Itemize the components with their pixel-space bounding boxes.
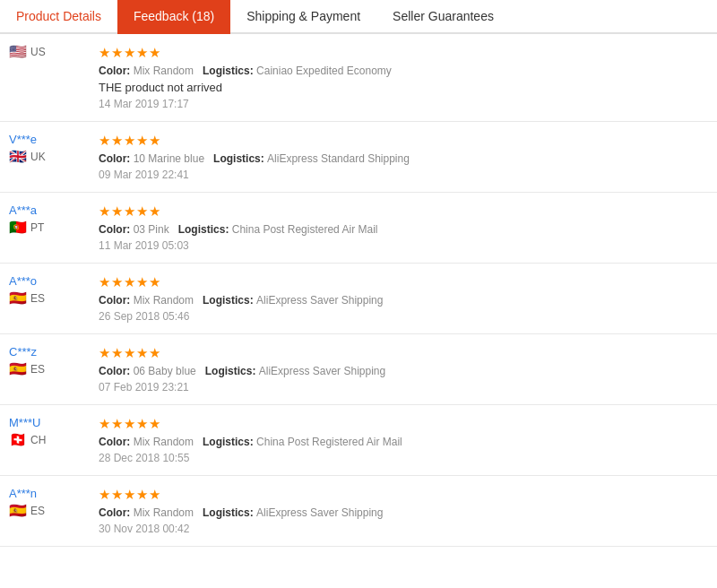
feedback-row: A***a🇵🇹PT★★★★★Color: 03 Pink Logistics: … xyxy=(0,193,717,264)
tab-navigation: Product DetailsFeedback (18)Shipping & P… xyxy=(0,0,717,34)
tab-seller-guarantees[interactable]: Seller Guarantees xyxy=(376,0,510,34)
country-code: US xyxy=(30,46,46,58)
feedback-row: A***n🇪🇸ES★★★★★Color: Mix Random Logistic… xyxy=(0,476,717,547)
star-icon: ★ xyxy=(111,45,123,61)
logistics-value: China Post Registered Air Mail xyxy=(232,223,378,236)
star-icon: ★ xyxy=(124,416,135,432)
star-icon: ★ xyxy=(99,203,110,220)
username[interactable]: M***U xyxy=(9,416,40,429)
country-row: 🇪🇸ES xyxy=(9,504,45,518)
country-code: ES xyxy=(30,505,45,517)
country-row: 🇺🇸US xyxy=(9,45,46,59)
feedback-content: ★★★★★Color: Mix Random Logistics: Cainia… xyxy=(99,45,708,110)
country-row: 🇨🇭CH xyxy=(9,433,46,447)
user-column: C***z🇪🇸ES xyxy=(9,345,99,376)
star-rating: ★★★★★ xyxy=(99,487,708,503)
meta-line: Color: Mix Random Logistics: AliExpress … xyxy=(99,294,708,307)
star-rating: ★★★★★ xyxy=(99,45,708,61)
star-icon: ★ xyxy=(149,203,160,220)
star-icon: ★ xyxy=(124,345,135,361)
star-icon: ★ xyxy=(124,203,135,220)
country-row: 🇬🇧UK xyxy=(9,150,46,164)
color-value: Mix Random xyxy=(134,294,203,307)
user-column: V***e🇬🇧UK xyxy=(9,133,99,164)
username[interactable]: V***e xyxy=(9,133,37,146)
star-icon: ★ xyxy=(111,274,123,290)
star-icon: ★ xyxy=(149,274,160,290)
star-icon: ★ xyxy=(111,416,123,432)
country-flag-icon: 🇺🇸 xyxy=(9,45,27,59)
color-value: 03 Pink xyxy=(134,223,178,236)
country-code: ES xyxy=(30,292,45,305)
country-row: 🇵🇹PT xyxy=(9,220,44,235)
username[interactable]: A***n xyxy=(9,487,37,500)
country-row: 🇪🇸ES xyxy=(9,291,45,306)
feedback-timestamp: 28 Dec 2018 10:55 xyxy=(99,452,708,464)
star-rating: ★★★★★ xyxy=(99,203,708,220)
tab-feedback[interactable]: Feedback (18) xyxy=(117,0,230,34)
color-label: Color: xyxy=(99,152,134,165)
feedback-timestamp: 09 Mar 2019 22:41 xyxy=(99,169,708,181)
logistics-label: Logistics: xyxy=(203,294,256,307)
star-icon: ★ xyxy=(99,487,110,503)
star-rating: ★★★★★ xyxy=(99,133,708,149)
logistics-label: Logistics: xyxy=(203,506,256,519)
country-flag-icon: 🇪🇸 xyxy=(9,504,27,518)
feedback-row: 🇺🇸US★★★★★Color: Mix Random Logistics: Ca… xyxy=(0,34,717,122)
meta-line: Color: 06 Baby blue Logistics: AliExpres… xyxy=(99,365,708,377)
tab-shipping-payment[interactable]: Shipping & Payment xyxy=(230,0,376,34)
user-column: M***U🇨🇭CH xyxy=(9,416,99,447)
star-icon: ★ xyxy=(111,133,123,149)
feedback-row: C***z🇪🇸ES★★★★★Color: 06 Baby blue Logist… xyxy=(0,334,717,405)
star-icon: ★ xyxy=(99,274,110,290)
star-icon: ★ xyxy=(149,345,160,361)
logistics-label: Logistics: xyxy=(203,436,256,448)
logistics-label: Logistics: xyxy=(205,365,259,377)
color-value: Mix Random xyxy=(134,65,203,77)
feedback-row: V***e🇬🇧UK★★★★★Color: 10 Marine blue Logi… xyxy=(0,122,717,193)
color-label: Color: xyxy=(99,436,134,448)
username[interactable]: A***a xyxy=(9,203,37,217)
star-icon: ★ xyxy=(99,133,110,149)
star-icon: ★ xyxy=(149,416,160,432)
star-icon: ★ xyxy=(111,487,123,503)
country-flag-icon: 🇪🇸 xyxy=(9,362,27,376)
feedback-row: M***U🇨🇭CH★★★★★Color: Mix Random Logistic… xyxy=(0,405,717,476)
color-value: 06 Baby blue xyxy=(134,365,205,377)
country-flag-icon: 🇪🇸 xyxy=(9,291,27,306)
feedback-content: ★★★★★Color: Mix Random Logistics: AliExp… xyxy=(99,274,708,323)
logistics-label: Logistics: xyxy=(213,152,267,165)
star-rating: ★★★★★ xyxy=(99,416,708,432)
country-flag-icon: 🇨🇭 xyxy=(9,433,27,447)
color-value: Mix Random xyxy=(134,436,203,448)
country-code: ES xyxy=(30,363,45,376)
feedback-content: ★★★★★Color: 03 Pink Logistics: China Pos… xyxy=(99,203,708,252)
tab-product-details[interactable]: Product Details xyxy=(0,0,117,34)
logistics-value: China Post Registered Air Mail xyxy=(256,436,402,448)
logistics-label: Logistics: xyxy=(178,223,232,236)
country-code: UK xyxy=(30,151,46,163)
star-icon: ★ xyxy=(136,487,148,503)
star-icon: ★ xyxy=(136,133,148,149)
star-icon: ★ xyxy=(136,203,148,220)
star-icon: ★ xyxy=(136,45,148,61)
username[interactable]: A***o xyxy=(9,274,37,288)
username[interactable]: C***z xyxy=(9,345,37,359)
user-column: 🇺🇸US xyxy=(9,45,99,59)
star-rating: ★★★★★ xyxy=(99,274,708,290)
star-icon: ★ xyxy=(124,133,135,149)
country-flag-icon: 🇬🇧 xyxy=(9,150,27,164)
star-icon: ★ xyxy=(99,416,110,432)
logistics-label: Logistics: xyxy=(203,65,256,77)
star-icon: ★ xyxy=(149,133,160,149)
star-icon: ★ xyxy=(136,416,148,432)
feedback-content: ★★★★★Color: Mix Random Logistics: China … xyxy=(99,416,708,464)
color-label: Color: xyxy=(99,506,134,519)
star-icon: ★ xyxy=(136,345,148,361)
color-label: Color: xyxy=(99,365,134,377)
meta-line: Color: Mix Random Logistics: China Post … xyxy=(99,436,708,448)
feedback-content: ★★★★★Color: 10 Marine blue Logistics: Al… xyxy=(99,133,708,181)
feedback-row: A***o🇪🇸ES★★★★★Color: Mix Random Logistic… xyxy=(0,264,717,334)
logistics-value: Cainiao Expedited Economy xyxy=(256,65,392,77)
feedback-timestamp: 11 Mar 2019 05:03 xyxy=(99,239,708,252)
